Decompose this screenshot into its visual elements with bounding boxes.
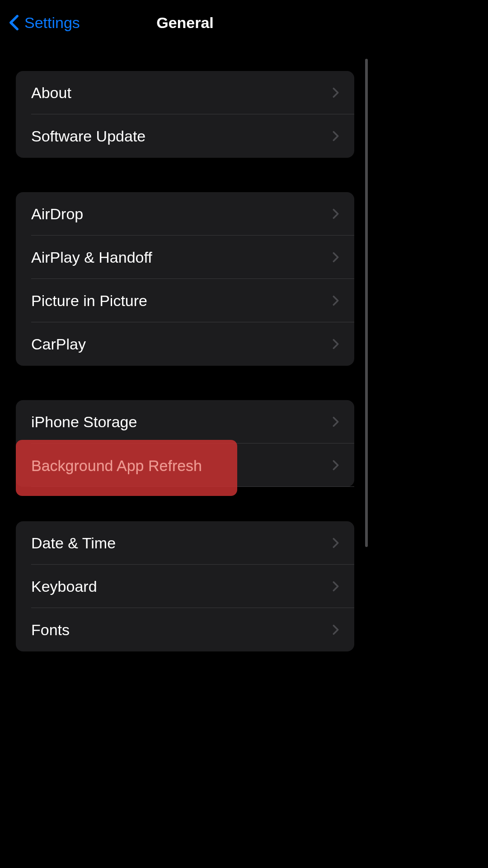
chevron-right-icon xyxy=(333,416,339,427)
chevron-right-icon xyxy=(333,208,339,219)
navigation-bar: Settings General xyxy=(0,0,370,45)
page-title: General xyxy=(156,14,214,32)
row-label: Picture in Picture xyxy=(31,292,147,310)
chevron-right-icon xyxy=(333,581,339,592)
row-iphone-storage[interactable]: iPhone Storage xyxy=(16,400,354,443)
chevron-right-icon xyxy=(333,339,339,349)
row-date-time[interactable]: Date & Time xyxy=(16,521,354,565)
row-label: AirPlay & Handoff xyxy=(31,249,152,266)
row-keyboard[interactable]: Keyboard xyxy=(16,565,354,608)
chevron-right-icon xyxy=(333,252,339,263)
section-storage: iPhone Storage Background App Refresh Ba… xyxy=(16,400,354,487)
row-label: AirDrop xyxy=(31,205,83,223)
row-carplay[interactable]: CarPlay xyxy=(16,322,354,366)
chevron-right-icon xyxy=(333,624,339,635)
scrollbar[interactable] xyxy=(365,59,368,547)
row-label: Keyboard xyxy=(31,578,97,595)
chevron-right-icon xyxy=(333,460,339,471)
section-airdrop: AirDrop AirPlay & Handoff Picture in Pic… xyxy=(16,192,354,366)
row-label: iPhone Storage xyxy=(31,413,137,431)
row-fonts[interactable]: Fonts xyxy=(16,608,354,651)
content-area: About Software Update AirDrop AirPlay & … xyxy=(0,45,370,651)
chevron-left-icon xyxy=(9,14,19,31)
row-label: About xyxy=(31,84,71,102)
back-button[interactable]: Settings xyxy=(9,14,80,32)
row-label: CarPlay xyxy=(31,335,86,353)
row-airdrop[interactable]: AirDrop xyxy=(16,192,354,236)
row-software-update[interactable]: Software Update xyxy=(16,114,354,158)
chevron-right-icon xyxy=(333,87,339,98)
highlight-label: Background App Refresh xyxy=(31,457,202,475)
row-label: Fonts xyxy=(31,621,70,639)
row-picture-in-picture[interactable]: Picture in Picture xyxy=(16,279,354,322)
chevron-right-icon xyxy=(333,295,339,306)
row-airplay-handoff[interactable]: AirPlay & Handoff xyxy=(16,236,354,279)
row-label: Date & Time xyxy=(31,534,116,552)
section-date-time: Date & Time Keyboard Fonts xyxy=(16,521,354,651)
row-about[interactable]: About xyxy=(16,71,354,114)
chevron-right-icon xyxy=(333,131,339,142)
chevron-right-icon xyxy=(333,538,339,548)
back-label: Settings xyxy=(24,14,80,32)
row-label: Software Update xyxy=(31,127,145,145)
section-about: About Software Update xyxy=(16,71,354,158)
